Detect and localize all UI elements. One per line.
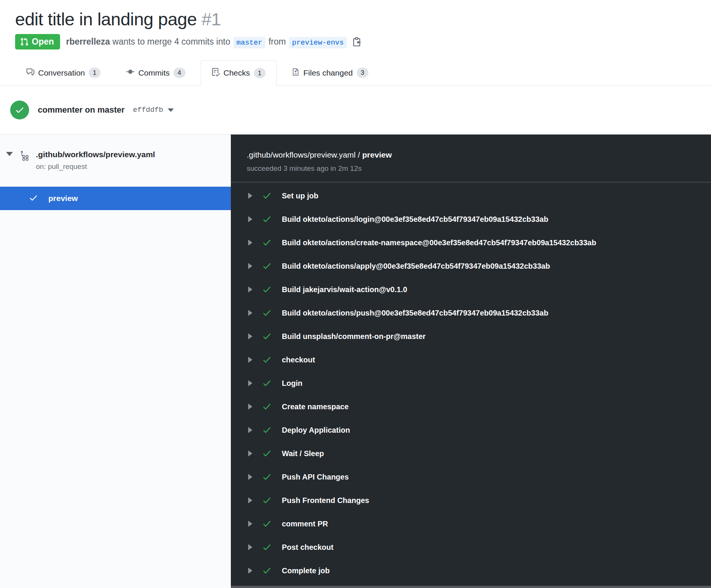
step-row[interactable]: Build jakejarvis/wait-action@v0.1.0 [231, 278, 711, 301]
sidebar-job-preview[interactable]: preview [0, 187, 231, 210]
step-name: Build okteto/actions/apply@00e3ef35e8ed4… [282, 262, 550, 271]
step-name: Build okteto/actions/create-namespace@00… [282, 238, 596, 247]
chevron-right-icon[interactable] [248, 521, 252, 527]
file-diff-icon [292, 68, 300, 78]
git-commit-icon [126, 68, 134, 78]
chevron-right-icon[interactable] [248, 404, 252, 410]
job-log-title-job: preview [362, 150, 392, 159]
workflow-text: .github/workflows/preview.yaml on: pull_… [36, 150, 155, 171]
checks-body: .github/workflows/preview.yaml on: pull_… [0, 134, 711, 588]
tab-label: Commits [138, 68, 170, 77]
chevron-right-icon[interactable] [248, 450, 252, 456]
step-name: checkout [282, 356, 315, 364]
check-icon [262, 191, 272, 201]
check-icon [262, 402, 272, 412]
step-row[interactable]: Deploy Application [231, 418, 711, 442]
step-row[interactable]: Push API Changes [231, 465, 711, 489]
chevron-right-icon[interactable] [248, 240, 252, 246]
job-log-title-path: .github/workflows/preview.yaml / [247, 150, 362, 159]
check-icon [29, 193, 38, 204]
check-run-name: commenter on master [38, 105, 125, 115]
step-name: Login [282, 379, 302, 388]
step-row[interactable]: Set up job [231, 184, 711, 207]
pr-number: #1 [201, 9, 221, 29]
job-log-panel: .github/workflows/preview.yaml / preview… [231, 135, 711, 588]
from-word: from [269, 37, 286, 46]
check-icon [262, 519, 272, 529]
pr-merge-summary: rberrelleza wants to merge 4 commits int… [66, 37, 348, 47]
check-icon [262, 285, 272, 294]
step-name: Push API Changes [282, 473, 349, 481]
pr-state-label: Open [32, 37, 54, 46]
chevron-right-icon[interactable] [248, 216, 252, 222]
step-name: Wait / Sleep [282, 449, 324, 458]
chevron-right-icon[interactable] [248, 357, 252, 363]
tab-commits[interactable]: Commits 4 [116, 60, 196, 85]
step-row[interactable]: Push Frontend Changes [231, 489, 711, 512]
chevron-right-icon[interactable] [248, 263, 252, 269]
commit-sha[interactable]: effddfb [133, 106, 163, 114]
chevron-right-icon[interactable] [248, 544, 252, 550]
tab-files-changed[interactable]: Files changed 3 [281, 60, 379, 85]
step-name: Build unsplash/comment-on-pr@master [282, 332, 426, 341]
tab-label: Checks [224, 68, 250, 77]
chevron-right-icon[interactable] [248, 427, 252, 433]
chevron-right-icon[interactable] [248, 333, 252, 339]
pr-author-link[interactable]: rberrelleza [66, 37, 110, 46]
check-icon [262, 566, 272, 576]
comment-discussion-icon [26, 68, 34, 78]
horizontal-scrollbar[interactable] [231, 586, 711, 588]
check-icon [262, 355, 272, 365]
check-circle-icon [10, 101, 29, 119]
workflows-sidebar: .github/workflows/preview.yaml on: pull_… [0, 135, 231, 588]
step-row[interactable]: Complete job [231, 559, 711, 582]
chevron-right-icon[interactable] [248, 497, 252, 503]
tab-checks[interactable]: Checks 1 [201, 60, 277, 86]
chevron-right-icon[interactable] [248, 310, 252, 316]
step-name: Complete job [282, 566, 330, 575]
tab-label: Conversation [38, 68, 85, 77]
head-branch-link[interactable]: preview-envs [289, 37, 347, 48]
tab-label: Files changed [303, 68, 353, 77]
copy-to-clipboard-icon[interactable] [352, 37, 362, 47]
step-name: Set up job [282, 192, 318, 200]
tab-count-badge: 1 [89, 68, 100, 78]
check-icon [262, 238, 272, 248]
step-name: Post checkout [282, 543, 334, 552]
step-row[interactable]: Login [231, 371, 711, 395]
check-icon [262, 543, 272, 552]
steps-list: Set up job Build okteto/actions/login@00… [231, 183, 711, 582]
step-name: comment PR [282, 520, 328, 528]
pr-checks-page: edit title in landing page #1 Open rberr… [0, 0, 711, 588]
tab-conversation[interactable]: Conversation 1 [16, 60, 111, 85]
step-row[interactable]: Create namespace [231, 395, 711, 418]
chevron-right-icon[interactable] [248, 193, 252, 199]
base-branch-link[interactable]: master [233, 37, 265, 48]
check-icon [262, 449, 272, 458]
chevron-right-icon[interactable] [248, 568, 252, 574]
step-row[interactable]: Build okteto/actions/create-namespace@00… [231, 231, 711, 254]
step-name: Push Frontend Changes [282, 496, 369, 505]
chevron-right-icon[interactable] [248, 474, 252, 480]
collapse-caret-icon[interactable] [6, 152, 13, 156]
job-status-line: succeeded 3 minutes ago in 2m 12s [247, 164, 711, 173]
chevron-right-icon[interactable] [248, 380, 252, 386]
step-row[interactable]: Build okteto/actions/push@00e3ef35e8ed47… [231, 301, 711, 325]
step-row[interactable]: Post checkout [231, 535, 711, 559]
step-row[interactable]: Build okteto/actions/apply@00e3ef35e8ed4… [231, 254, 711, 278]
check-icon [262, 496, 272, 505]
step-row[interactable]: Wait / Sleep [231, 442, 711, 465]
step-row[interactable]: Build okteto/actions/login@00e3ef35e8ed4… [231, 207, 711, 231]
check-icon [262, 379, 272, 388]
page-title: edit title in landing page #1 [15, 9, 696, 29]
chevron-right-icon[interactable] [248, 286, 252, 292]
chevron-down-icon[interactable] [168, 108, 174, 112]
step-row[interactable]: checkout [231, 348, 711, 371]
step-name: Build okteto/actions/push@00e3ef35e8ed47… [282, 309, 548, 317]
step-row[interactable]: Build unsplash/comment-on-pr@master [231, 325, 711, 348]
tab-count-badge: 3 [357, 68, 368, 78]
check-icon [262, 308, 272, 318]
merge-text: wants to merge 4 commits into [113, 37, 230, 46]
step-row[interactable]: comment PR [231, 512, 711, 535]
step-name: Deploy Application [282, 426, 350, 435]
